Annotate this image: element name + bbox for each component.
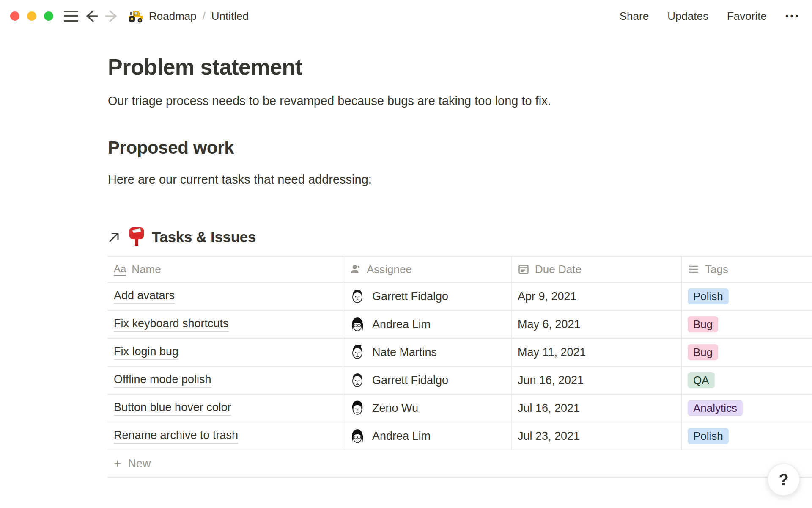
heading-proposed-work[interactable]: Proposed work [108, 136, 812, 159]
table-row: Add avatars Garrett Fidalgo Apr 9, 2021 … [108, 283, 812, 311]
breadcrumb-item-untitled[interactable]: Untitled [211, 10, 249, 23]
cell-due-date[interactable]: Jul 16, 2021 [512, 395, 682, 422]
column-header-tags-label: Tags [705, 263, 728, 276]
tag-chip[interactable]: Polish [688, 428, 729, 444]
close-window-button[interactable] [10, 11, 19, 21]
database-title-row: Tasks & Issues [108, 225, 812, 249]
traffic-lights [10, 11, 53, 21]
updates-button[interactable]: Updates [667, 10, 708, 23]
new-row[interactable]: + New [108, 450, 812, 478]
tractor-emoji-icon [128, 9, 144, 23]
favorite-button[interactable]: Favorite [727, 10, 767, 23]
forward-button[interactable] [103, 8, 120, 25]
help-button-label: ? [779, 471, 788, 489]
cell-assignee[interactable]: Andrea Lim [343, 311, 512, 338]
share-button[interactable]: Share [620, 10, 649, 23]
new-row-label: New [128, 457, 151, 470]
column-header-tags[interactable]: Tags [682, 257, 812, 282]
assignee-name: Garrett Fidalgo [372, 290, 448, 303]
avatar-nate-martins [349, 343, 365, 362]
table-row: Button blue hover color Zeno Wu Jul 16, … [108, 395, 812, 422]
hamburger-icon [64, 11, 78, 22]
due-date-value: May 11, 2021 [518, 346, 586, 359]
cell-name[interactable]: Fix keyboard shortcuts [108, 311, 343, 338]
heading-problem-statement[interactable]: Problem statement [108, 53, 812, 80]
column-header-assignee[interactable]: Assignee [343, 257, 512, 282]
assignee-name: Andrea Lim [372, 318, 431, 331]
tag-chip[interactable]: Analytics [688, 400, 743, 416]
linked-database-arrow-icon[interactable] [108, 231, 121, 243]
titlebar-actions: Share Updates Favorite ••• [620, 10, 800, 23]
cell-assignee[interactable]: Garrett Fidalgo [343, 283, 512, 310]
cell-tags[interactable]: Analytics [682, 395, 812, 422]
cell-tags[interactable]: Bug [682, 339, 812, 366]
due-date-value: Jul 23, 2021 [518, 430, 580, 443]
zoom-window-button[interactable] [44, 11, 53, 21]
avatar-garrett-fidalgo [349, 371, 365, 389]
more-menu-button[interactable]: ••• [785, 11, 800, 22]
breadcrumb-separator: / [203, 10, 206, 22]
arrow-left-icon [84, 9, 99, 23]
cell-assignee[interactable]: Zeno Wu [343, 395, 512, 422]
cell-tags[interactable]: Polish [682, 422, 812, 450]
task-title-link[interactable]: Add avatars [114, 289, 175, 304]
back-button[interactable] [83, 8, 100, 25]
table-row: Fix login bug Nate Martins May 11, 2021 … [108, 339, 812, 367]
plus-icon: + [114, 457, 121, 470]
tag-chip[interactable]: Polish [688, 288, 729, 304]
database-title-link[interactable]: Tasks & Issues [152, 229, 256, 246]
cell-due-date[interactable]: Jul 23, 2021 [512, 422, 682, 450]
sidebar-toggle-button[interactable] [63, 8, 80, 25]
cell-name[interactable]: Add avatars [108, 283, 343, 310]
assignee-name: Nate Martins [372, 346, 437, 359]
table-row: Rename archive to trash Andrea Lim Jul 2… [108, 422, 812, 450]
minimize-window-button[interactable] [27, 11, 36, 21]
task-title-link[interactable]: Offline mode polish [114, 373, 211, 388]
task-title-link[interactable]: Rename archive to trash [114, 429, 238, 444]
column-header-name[interactable]: Aa Name [108, 257, 343, 282]
cell-name[interactable]: Rename archive to trash [108, 422, 343, 450]
avatar-garrett-fidalgo [349, 287, 365, 306]
task-title-link[interactable]: Button blue hover color [114, 401, 231, 416]
tag-chip[interactable]: Bug [688, 344, 718, 360]
table-row: Fix keyboard shortcuts Andrea Lim May 6,… [108, 311, 812, 339]
cell-tags[interactable]: Polish [682, 283, 812, 310]
breadcrumb-current-label: Untitled [211, 10, 249, 23]
cell-due-date[interactable]: Apr 9, 2021 [512, 283, 682, 310]
cell-name[interactable]: Offline mode polish [108, 367, 343, 394]
column-header-assignee-label: Assignee [367, 263, 412, 276]
avatar-andrea-lim [349, 315, 365, 334]
column-header-due-date-label: Due Date [535, 263, 582, 276]
page-content: Problem statement Our triage process nee… [0, 53, 812, 478]
tag-chip[interactable]: Bug [688, 316, 718, 332]
tag-chip[interactable]: QA [688, 372, 715, 388]
column-header-name-label: Name [132, 263, 161, 276]
title-property-icon: Aa [114, 263, 126, 276]
window-titlebar: Roadmap / Untitled Share Updates Favorit… [0, 0, 812, 32]
task-title-link[interactable]: Fix keyboard shortcuts [114, 317, 229, 332]
arrow-right-icon [104, 9, 119, 23]
breadcrumb-item-roadmap[interactable]: Roadmap [128, 9, 197, 23]
breadcrumb-root-label: Roadmap [149, 10, 197, 23]
help-button[interactable]: ? [767, 463, 800, 496]
tasks-issues-table: Aa Name Assignee Due Date [108, 256, 812, 478]
cell-tags[interactable]: QA [682, 367, 812, 394]
avatar-andrea-lim [349, 427, 365, 445]
cell-name[interactable]: Fix login bug [108, 339, 343, 366]
cell-assignee[interactable]: Andrea Lim [343, 422, 512, 450]
cell-assignee[interactable]: Garrett Fidalgo [343, 367, 512, 394]
paragraph-proposed-work[interactable]: Here are our current tasks that need add… [108, 170, 812, 189]
cell-tags[interactable]: Bug [682, 311, 812, 338]
due-date-value: Jun 16, 2021 [518, 374, 584, 387]
paragraph-problem-statement[interactable]: Our triage process needs to be revamped … [108, 91, 812, 110]
task-title-link[interactable]: Fix login bug [114, 345, 178, 360]
cell-due-date[interactable]: May 11, 2021 [512, 339, 682, 366]
cell-assignee[interactable]: Nate Martins [343, 339, 512, 366]
assignee-name: Garrett Fidalgo [372, 374, 448, 387]
due-date-value: Apr 9, 2021 [518, 290, 577, 303]
cell-due-date[interactable]: May 6, 2021 [512, 311, 682, 338]
cell-name[interactable]: Button blue hover color [108, 395, 343, 422]
calendar-icon [518, 263, 529, 275]
cell-due-date[interactable]: Jun 16, 2021 [512, 367, 682, 394]
column-header-due-date[interactable]: Due Date [512, 257, 682, 282]
